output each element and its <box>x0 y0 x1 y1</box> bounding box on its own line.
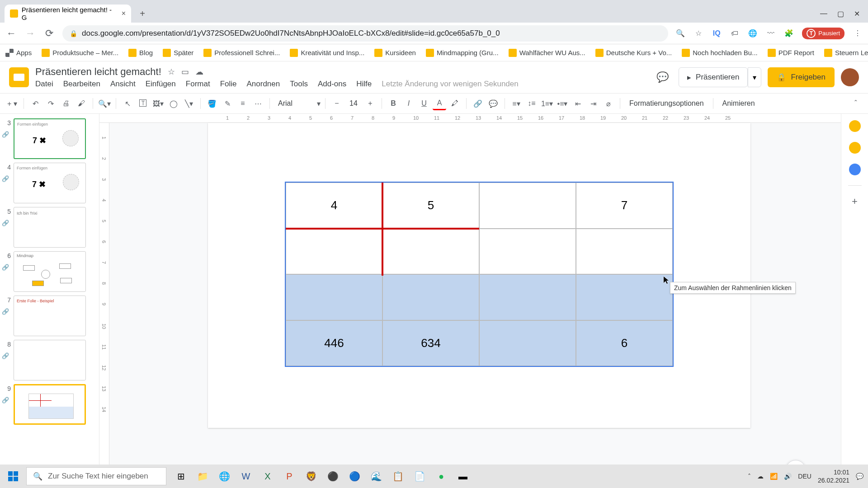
align-button[interactable]: ≡▾ <box>509 97 523 110</box>
app2-icon[interactable]: 📄 <box>410 467 429 485</box>
border-dash-button[interactable]: ⋯ <box>251 97 265 110</box>
table-cell[interactable] <box>382 229 479 275</box>
move-doc-icon[interactable]: ▭ <box>181 67 189 77</box>
slides-logo[interactable] <box>9 67 29 87</box>
font-size-input[interactable]: 14 <box>345 99 362 108</box>
bookmark-item[interactable]: Steuern Lesen !!!! <box>824 49 868 57</box>
increase-indent-button[interactable]: ⇥ <box>586 97 600 110</box>
account-avatar[interactable] <box>841 68 859 86</box>
line-spacing-button[interactable]: ↕≡ <box>525 97 538 110</box>
line-tool[interactable]: ╲▾ <box>182 97 196 110</box>
table-cell[interactable] <box>576 274 673 320</box>
notifications-icon[interactable]: 💬 <box>856 473 863 480</box>
profile-paused-badge[interactable]: T Pausiert <box>802 28 844 39</box>
border-color-button[interactable]: ✎ <box>221 97 234 110</box>
extension-w-icon[interactable]: 〰 <box>766 28 776 38</box>
bookmark-item[interactable]: Professionell Schrei... <box>203 49 280 57</box>
bookmark-item[interactable]: Mindmapping (Gru... <box>426 49 499 57</box>
table-cell[interactable]: 446 <box>286 320 382 366</box>
bookmark-item[interactable]: Kursideen <box>374 49 416 57</box>
edge2-icon[interactable]: 🌊 <box>366 467 386 485</box>
file-explorer-icon[interactable]: 📁 <box>193 467 212 485</box>
numbered-list-button[interactable]: 1≡▾ <box>540 97 554 110</box>
image-tool[interactable]: 🖼▾ <box>151 97 165 110</box>
slide-thumb-8[interactable]: 8 🔗 <box>0 338 99 382</box>
apps-button[interactable]: Apps <box>5 49 32 57</box>
doc-title[interactable]: Präsentieren leicht gemacht! <box>35 66 161 78</box>
table-cell[interactable]: 6 <box>576 320 673 366</box>
app3-icon[interactable]: ▬ <box>453 467 473 485</box>
present-button[interactable]: ▸ Präsentieren <box>679 67 748 87</box>
paint-format-button[interactable]: 🖌 <box>75 97 88 110</box>
italic-button[interactable]: I <box>402 97 415 110</box>
bulleted-list-button[interactable]: •≡▾ <box>556 97 569 110</box>
collapse-toolbar-button[interactable]: ˆ <box>849 97 863 110</box>
table-cell[interactable]: 634 <box>382 320 479 366</box>
calendar-addon-icon[interactable] <box>849 120 861 132</box>
menu-icon[interactable]: ⋮ <box>853 28 863 38</box>
slide-thumb-3[interactable]: 3 🔗 Formen einfügen 7 ✖ <box>0 117 99 161</box>
bookmark-item[interactable]: Wahlfächer WU Aus... <box>509 49 585 57</box>
powerpoint-icon[interactable]: P <box>279 467 299 485</box>
bookmark-item[interactable]: Kreativität und Insp... <box>290 49 364 57</box>
star-icon[interactable]: ☆ <box>693 28 703 38</box>
bookmark-item[interactable]: PDF Report <box>768 49 814 57</box>
comments-button[interactable]: 💬 <box>652 67 672 87</box>
reload-button[interactable]: ⟳ <box>43 28 55 39</box>
textbox-tool[interactable]: 🅃 <box>136 97 150 110</box>
table-cell[interactable] <box>382 274 479 320</box>
bookmark-item[interactable]: Später <box>163 49 193 57</box>
table-cell[interactable] <box>286 274 382 320</box>
bookmark-item[interactable]: Noch hochladen Bu... <box>682 49 757 57</box>
slide-thumb-5[interactable]: 5 🔗 Ich bin Trixi <box>0 205 99 249</box>
tray-cloud-icon[interactable]: ☁ <box>757 473 764 480</box>
tray-language[interactable]: DEU <box>798 473 811 480</box>
font-family-select[interactable]: Arial <box>274 99 315 108</box>
menu-edit[interactable]: Bearbeiten <box>63 80 100 89</box>
app-icon[interactable]: 📋 <box>388 467 408 485</box>
extension-globe-icon[interactable]: 🌐 <box>748 28 758 38</box>
share-button[interactable]: 🔒 Freigeben <box>768 67 835 87</box>
text-color-button[interactable]: A <box>433 97 446 110</box>
new-tab-button[interactable]: + <box>136 7 149 20</box>
cloud-status-icon[interactable]: ☁ <box>195 67 203 77</box>
decrease-font-button[interactable]: − <box>330 97 344 110</box>
brave-icon[interactable]: 🦁 <box>301 467 321 485</box>
excel-icon[interactable]: X <box>258 467 278 485</box>
word-icon[interactable]: W <box>236 467 256 485</box>
edge-icon[interactable]: 🌐 <box>214 467 234 485</box>
extension-iq-icon[interactable]: IQ <box>712 28 722 38</box>
slide-thumb-7[interactable]: 7 🔗 Erste Folie - Beispiel <box>0 294 99 338</box>
back-button[interactable]: ← <box>5 28 17 39</box>
menu-view[interactable]: Ansicht <box>110 80 136 89</box>
slide-panel[interactable]: 3 🔗 Formen einfügen 7 ✖ 4 🔗 Formen einfü… <box>0 114 99 488</box>
task-view-icon[interactable]: ⊞ <box>171 467 191 485</box>
browser-tab[interactable]: Präsentieren leicht gemacht! - G × <box>5 5 131 23</box>
forward-button[interactable]: → <box>24 28 36 39</box>
table-cell[interactable] <box>286 229 382 275</box>
slide-thumb-9[interactable]: 9 🔗 <box>0 382 99 427</box>
menu-insert[interactable]: Einfügen <box>146 80 176 89</box>
add-addon-button[interactable]: + <box>852 196 858 207</box>
shape-tool[interactable]: ◯ <box>167 97 180 110</box>
start-button[interactable] <box>0 465 26 488</box>
bold-button[interactable]: B <box>387 97 400 110</box>
decrease-indent-button[interactable]: ⇤ <box>571 97 585 110</box>
table-cell[interactable]: 5 <box>382 183 479 229</box>
maximize-icon[interactable]: ▢ <box>837 9 844 18</box>
extension-tag-icon[interactable]: 🏷 <box>730 28 740 38</box>
last-edit-text[interactable]: Letzte Änderung vor wenigen Sekunden <box>382 80 518 89</box>
table-object[interactable]: 4 5 7 446 <box>285 182 674 367</box>
add-comment-button[interactable]: 💬 <box>486 97 500 110</box>
format-options-button[interactable]: Formatierungsoptionen <box>625 99 708 108</box>
table-cell[interactable] <box>576 229 673 275</box>
obs-icon[interactable]: ⚫ <box>323 467 343 485</box>
menu-addons[interactable]: Add-ons <box>318 80 346 89</box>
url-field[interactable]: 🔒 docs.google.com/presentation/d/1yV372S… <box>62 25 668 42</box>
taskbar-search[interactable]: 🔍 Zur Suche Text hier eingeben <box>26 467 166 485</box>
tasks-addon-icon[interactable] <box>849 164 861 175</box>
insert-link-button[interactable]: 🔗 <box>471 97 485 110</box>
menu-tools[interactable]: Tools <box>290 80 308 89</box>
new-slide-button[interactable]: + ▾ <box>5 97 19 110</box>
present-dropdown[interactable]: ▾ <box>748 67 761 87</box>
